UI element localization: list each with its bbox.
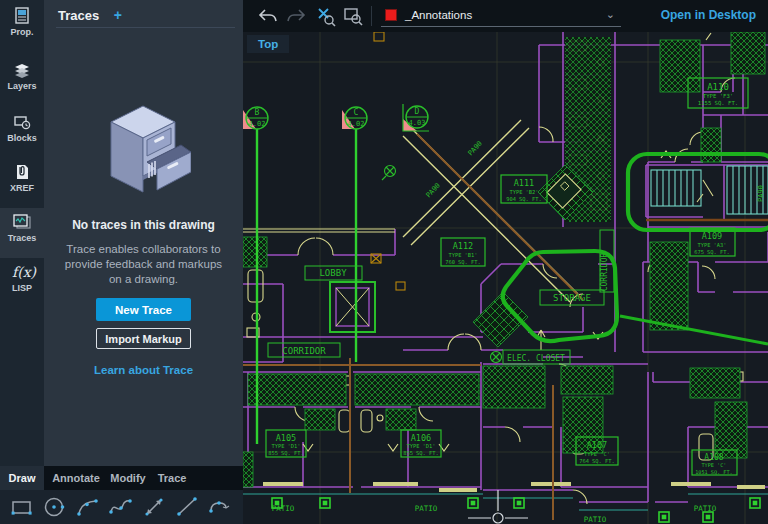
svg-text:B: B (255, 108, 260, 117)
room-label-A109: A109 TYPE 'A3' 675 SQ. FT. (690, 228, 735, 256)
sidebar-item-layers[interactable]: Layers (0, 56, 44, 106)
svg-text:A107: A107 (587, 440, 607, 450)
svg-text:PA90: PA90 (425, 182, 442, 200)
svg-text:CORRIDOR: CORRIDOR (282, 346, 326, 356)
svg-text:LOBBY: LOBBY (319, 268, 347, 278)
svg-text:TYPE 'F3': TYPE 'F3' (703, 93, 733, 99)
ribbon-tab-bar: Draw Annotate Modify Trace (0, 466, 243, 490)
svg-text:4.03: 4.03 (409, 119, 426, 127)
room-label-A112: A112 TYPE 'B1' 760 SQ. FT. (441, 238, 485, 266)
panel-divider (56, 27, 235, 28)
svg-text:TYPE 'C': TYPE 'C' (702, 462, 727, 468)
svg-text:PATIO: PATIO (584, 515, 607, 524)
sidebar-label: XREF (0, 183, 44, 193)
new-trace-button[interactable]: New Trace (96, 298, 191, 321)
left-sidebar: Prop. Layers Blocks XREF Traces (0, 0, 44, 466)
walls (243, 32, 768, 502)
floor-plan-drawing: B 4.02 C 4.02 D 4.03 A110 (243, 32, 768, 524)
crosshair-cursor (468, 490, 528, 524)
svg-text:TYPE 'D1': TYPE 'D1' (271, 443, 300, 449)
sidebar-item-xref[interactable]: XREF (0, 158, 44, 208)
zoom-window-icon[interactable] (342, 5, 364, 27)
empty-state-description: Trace enables collaborators to provide f… (62, 242, 225, 287)
file-cabinet-illustration (99, 100, 191, 204)
elevator (330, 282, 375, 332)
panel-title: Traces (58, 8, 99, 23)
import-markup-button[interactable]: Import Markup (96, 328, 191, 349)
svg-text:904 SQ. FT.: 904 SQ. FT. (506, 196, 542, 202)
draw-tools-row (0, 490, 243, 524)
sidebar-label: Prop. (0, 27, 44, 37)
svg-text:855 SQ. FT.: 855 SQ. FT. (268, 450, 304, 456)
spline-tool[interactable] (108, 494, 134, 520)
viewcube-top-tab[interactable]: Top (247, 35, 289, 53)
svg-text:TYPE 'A3': TYPE 'A3' (697, 242, 726, 248)
svg-text:D: D (415, 107, 420, 116)
line-tool[interactable] (174, 494, 200, 520)
circle-tool[interactable] (42, 494, 68, 520)
svg-text:A111: A111 (514, 178, 534, 188)
chevron-down-icon: ⌄ (606, 8, 615, 21)
svg-text:CORRIDOR: CORRIDOR (600, 253, 609, 292)
properties-icon (12, 6, 32, 26)
add-trace-button[interactable]: + (114, 7, 122, 23)
svg-text:A108: A108 (704, 453, 723, 462)
svg-text:A106: A106 (411, 433, 431, 443)
layer-name: _Annotations (405, 9, 472, 21)
svg-text:A109: A109 (702, 231, 722, 241)
sidebar-label: Traces (0, 233, 44, 243)
svg-text:675 SQ. FT.: 675 SQ. FT. (694, 249, 730, 255)
hatch-areas (243, 32, 765, 487)
rectangle-tool[interactable] (9, 494, 35, 520)
layers-icon (12, 60, 32, 80)
tab-modify[interactable]: Modify (106, 466, 150, 490)
tab-trace[interactable]: Trace (152, 466, 192, 490)
toolbar-separator (371, 6, 372, 26)
arc-tool[interactable] (75, 494, 101, 520)
grid-marker-C: C 4.02 (342, 107, 367, 129)
room-label-A106: A106 TYPE 'D1' 855 SQ. FT. (401, 430, 441, 457)
svg-text:TYPE 'C': TYPE 'C' (584, 451, 610, 457)
svg-text:A112: A112 (453, 241, 473, 251)
lisp-icon: f(x) (12, 262, 32, 282)
layer-color-swatch (385, 9, 397, 21)
sidebar-label: Layers (0, 81, 44, 91)
top-toolbar: _Annotations ⌄ Open in Desktop (243, 0, 768, 32)
room-label-A111: A111 TYPE 'B2' 904 SQ. FT. (501, 175, 547, 203)
dimension-line-tool[interactable] (141, 494, 167, 520)
autocad-web-app: _Annotations ⌄ Open in Desktop Prop. Lay… (0, 0, 768, 524)
svg-text:PATIO: PATIO (415, 504, 438, 513)
undo-icon[interactable] (257, 5, 279, 27)
svg-text:855 SQ. FT.: 855 SQ. FT. (403, 450, 439, 456)
sidebar-item-blocks[interactable]: Blocks (0, 108, 44, 158)
tab-annotate[interactable]: Annotate (48, 466, 104, 490)
svg-text:C: C (354, 108, 359, 117)
dropdown-underline (381, 26, 621, 27)
learn-about-trace-link[interactable]: Learn about Trace (44, 364, 243, 376)
room-label-A105: A105 TYPE 'D1' 855 SQ. FT. (266, 430, 306, 457)
tab-draw[interactable]: Draw (0, 466, 44, 490)
annotation-layer-dropdown[interactable]: _Annotations ⌄ (381, 4, 621, 28)
stairs (651, 166, 768, 214)
sidebar-item-lisp[interactable]: f(x) LISP (0, 258, 44, 308)
sidebar-label: Blocks (0, 133, 44, 143)
svg-text:TYPE 'B2': TYPE 'B2' (509, 189, 538, 195)
redo-icon[interactable] (285, 5, 307, 27)
empty-state-title: No traces in this drawing (44, 218, 243, 232)
open-in-desktop-link[interactable]: Open in Desktop (661, 8, 756, 22)
sidebar-item-properties[interactable]: Prop. (0, 2, 44, 52)
svg-text:STORAGE: STORAGE (553, 293, 591, 303)
arc-continue-tool[interactable] (207, 494, 233, 520)
zoom-to-object-icon[interactable] (315, 5, 337, 27)
svg-text:1051 SQ. FT.: 1051 SQ. FT. (695, 469, 732, 475)
sidebar-item-traces[interactable]: Traces (0, 208, 44, 258)
svg-text:4.02: 4.02 (249, 120, 266, 128)
svg-text:PA90: PA90 (467, 140, 484, 158)
svg-text:764 SQ. FT.: 764 SQ. FT. (579, 458, 615, 464)
traces-panel: Traces + No traces in this drawing Trace… (44, 0, 243, 466)
grid-marker-D: D 4.03 (403, 104, 429, 131)
xref-icon (12, 162, 32, 182)
svg-text:760 SQ. FT.: 760 SQ. FT. (445, 259, 481, 265)
drawing-canvas[interactable]: Top (243, 32, 768, 524)
grid-marker-B: B 4.02 (243, 107, 268, 129)
